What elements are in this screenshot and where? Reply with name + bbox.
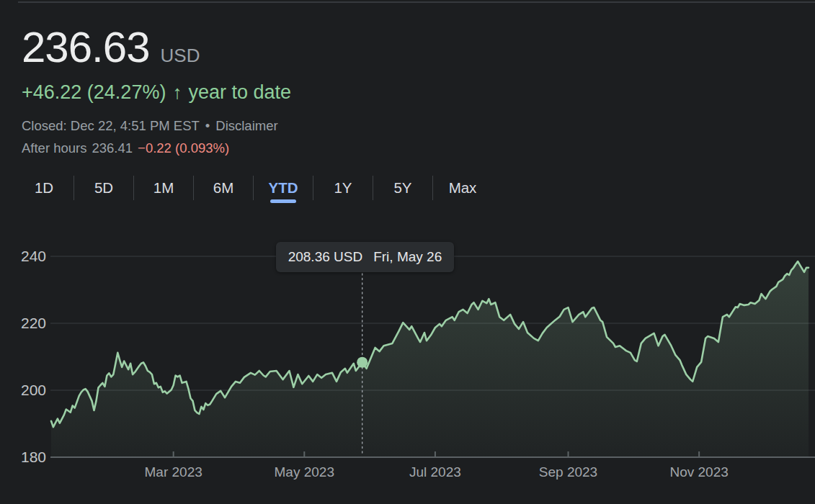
tab-1y[interactable]: 1Y bbox=[318, 171, 368, 205]
tab-ytd[interactable]: YTD bbox=[258, 171, 308, 205]
range-tabs: 1D 5D 1M 6M YTD 1Y 5Y Max bbox=[19, 171, 488, 205]
change-row: +46.22 (24.27%) ↑ year to date bbox=[22, 81, 291, 104]
market-status-row: Closed: Dec 22, 4:51 PM EST • Disclaimer bbox=[22, 118, 291, 134]
tab-1m[interactable]: 1M bbox=[138, 171, 189, 205]
price-value: 236.63 bbox=[22, 26, 150, 69]
x-axis-label: Jul 2023 bbox=[396, 464, 475, 480]
after-hours-change: −0.22 (0.093%) bbox=[138, 140, 229, 156]
tab-divider bbox=[133, 176, 134, 200]
after-hours-row: After hours 236.41 −0.22 (0.093%) bbox=[22, 140, 291, 156]
up-arrow-icon: ↑ bbox=[172, 81, 182, 104]
tab-divider bbox=[432, 176, 433, 200]
tab-max[interactable]: Max bbox=[437, 171, 488, 205]
period-label: year to date bbox=[188, 81, 291, 104]
y-axis-label: 200 bbox=[21, 382, 54, 399]
tooltip-price: 208.36 USD bbox=[288, 249, 363, 265]
quote-header: 236.63 USD +46.22 (24.27%) ↑ year to dat… bbox=[22, 26, 291, 156]
tab-label: 6M bbox=[213, 179, 233, 197]
tab-label: 5D bbox=[94, 179, 113, 197]
tab-5y[interactable]: 5Y bbox=[378, 171, 428, 205]
tab-divider bbox=[74, 176, 74, 200]
tab-divider bbox=[193, 176, 194, 200]
chart-area[interactable]: 240 220 200 180 Mar 2023 May 2023 Jul 20… bbox=[0, 216, 815, 504]
finance-quote-panel: 236.63 USD +46.22 (24.27%) ↑ year to dat… bbox=[0, 0, 815, 504]
tab-label: 1D bbox=[35, 179, 53, 197]
tab-label: YTD bbox=[269, 179, 298, 197]
tab-underline bbox=[270, 199, 296, 203]
y-axis-label: 240 bbox=[21, 248, 54, 265]
tab-label: 1Y bbox=[334, 179, 352, 197]
tab-1d[interactable]: 1D bbox=[19, 171, 69, 205]
tab-divider bbox=[253, 176, 254, 200]
after-hours-label: After hours bbox=[22, 140, 87, 156]
marker-dot bbox=[357, 357, 368, 368]
tab-label: Max bbox=[449, 179, 477, 197]
tab-divider bbox=[313, 176, 313, 200]
price-tooltip: 208.36 USD Fri, May 26 bbox=[276, 242, 455, 272]
currency-label: USD bbox=[161, 45, 200, 67]
tab-divider bbox=[373, 176, 373, 200]
disclaimer-link[interactable]: Disclaimer bbox=[215, 118, 277, 134]
top-divider bbox=[18, 1, 815, 3]
closed-status: Closed: Dec 22, 4:51 PM EST bbox=[22, 118, 200, 134]
tab-6m[interactable]: 6M bbox=[198, 171, 249, 205]
tab-label: 1M bbox=[153, 179, 174, 197]
tooltip-date: Fri, May 26 bbox=[373, 249, 442, 265]
y-axis-label: 180 bbox=[21, 449, 54, 466]
bullet-separator: • bbox=[205, 118, 210, 134]
x-axis-label: Mar 2023 bbox=[134, 464, 213, 480]
area-fill bbox=[51, 261, 809, 457]
x-axis-label: May 2023 bbox=[264, 464, 344, 480]
y-axis-label: 220 bbox=[21, 315, 54, 332]
x-axis-label: Nov 2023 bbox=[659, 464, 739, 480]
x-axis-label: Sep 2023 bbox=[529, 464, 608, 480]
tab-label: 5Y bbox=[393, 179, 411, 197]
change-text: +46.22 (24.27%) bbox=[22, 81, 166, 104]
after-hours-price: 236.41 bbox=[92, 140, 133, 156]
tab-5d[interactable]: 5D bbox=[79, 171, 129, 205]
